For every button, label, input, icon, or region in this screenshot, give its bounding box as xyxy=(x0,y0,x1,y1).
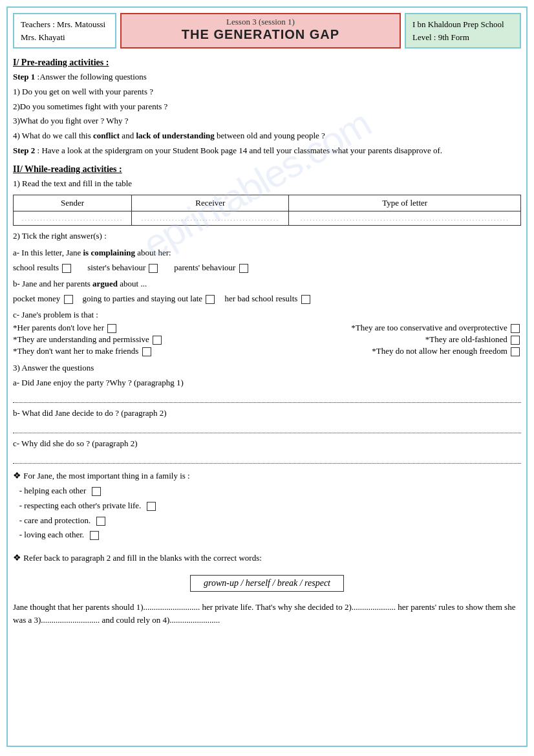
header-left: Teachers : Mrs. Matoussi Mrs. Khayati xyxy=(13,13,116,49)
qc-right3-cb[interactable] xyxy=(511,347,520,356)
last-paragraph: Jane thought that her parents should 1).… xyxy=(13,601,521,628)
qc-row2: *They are understanding and permissive *… xyxy=(13,334,521,345)
star-text: For Jane, the most important thing in a … xyxy=(21,471,190,481)
q3-label: 3) Answer the questions xyxy=(13,362,521,375)
qc-left2-cb[interactable] xyxy=(153,336,162,345)
qc-label: c- Jane's problem is that : xyxy=(13,308,521,322)
row-type: ........................................… xyxy=(289,211,521,225)
qc-right2: *They are old-fashioned xyxy=(425,334,521,345)
lesson-title: THE GENERATION GAP xyxy=(128,27,393,42)
step2-text: : Have a look at the spidergram on your … xyxy=(35,146,442,155)
q3a-answer-line xyxy=(13,391,521,403)
qb-opt2-text: going to parties and staying out late xyxy=(83,294,203,303)
star-items: - helping each other - respecting each o… xyxy=(13,484,521,542)
star-cb1[interactable] xyxy=(92,487,101,496)
header-center: Lesson 3 (session 1) THE GENERATION GAP xyxy=(120,13,401,49)
qa-opt3-checkbox[interactable] xyxy=(239,264,248,273)
section1-heading: I/ Pre-reading activities : xyxy=(13,58,521,68)
q2-label: 2) Tick the right answer(s) : xyxy=(13,230,521,243)
qc-row3: *They don't want her to make friends *Th… xyxy=(13,346,521,356)
step2-label: Step 2 xyxy=(13,146,35,155)
q3c-answer-line xyxy=(13,452,521,464)
section-whilereading: II/ While-reading activities : 1) Read t… xyxy=(13,164,521,627)
star-line: ❖ For Jane, the most important thing in … xyxy=(13,469,521,483)
qa-bold: is complaining xyxy=(83,248,136,257)
qb-options: pocket money going to parties and stayin… xyxy=(13,292,521,306)
star-item1: - helping each other xyxy=(13,484,521,498)
step2-line: Step 2 : Have a look at the spidergram o… xyxy=(13,144,521,158)
q4-post: between old and young people ? xyxy=(215,131,325,140)
qb-opt3-text: her bad school results xyxy=(224,294,297,303)
star-item4: - loving each other. xyxy=(13,528,521,542)
star-item2: - respecting each other's private life. xyxy=(13,499,521,513)
word-box: grown-up / herself / break / respect xyxy=(190,575,344,592)
fill-table: Sender Receiver Type of letter .........… xyxy=(13,195,521,226)
qb-opt2-checkbox[interactable] xyxy=(206,295,215,304)
q4-bold2: lack of understanding xyxy=(136,131,214,140)
qc-left3-cb[interactable] xyxy=(142,347,151,356)
header: Teachers : Mrs. Matoussi Mrs. Khayati Le… xyxy=(13,13,521,49)
qa-opt2-text: sister's behaviour xyxy=(87,263,145,272)
q4-mid: and xyxy=(120,131,136,140)
lesson-info: Lesson 3 (session 1) xyxy=(128,17,393,27)
qc-right1-cb[interactable] xyxy=(511,324,520,333)
q3b-text: b- What did Jane decide to do ? (paragra… xyxy=(13,407,521,420)
qa-opt1-checkbox[interactable] xyxy=(62,264,71,273)
col-receiver: Receiver xyxy=(132,195,289,211)
q4: 4) What do we call this conflict and lac… xyxy=(13,129,521,143)
star-diamond: ❖ xyxy=(13,471,21,481)
qa-opt2-checkbox[interactable] xyxy=(149,264,158,273)
q4-bold1: conflict xyxy=(93,131,120,140)
header-right: I bn Khaldoun Prep School Level : 9th Fo… xyxy=(405,13,521,49)
q2: 2)Do you sometimes fight with your paren… xyxy=(13,100,521,114)
qc-left1: *Her parents don't love her xyxy=(13,323,118,333)
refer-text: Refer back to paragraph 2 and fill in th… xyxy=(21,553,262,563)
step1-text: :Answer the following questions xyxy=(35,72,147,81)
section-prereading: I/ Pre-reading activities : Step 1 :Answ… xyxy=(13,58,521,158)
section2-heading: II/ While-reading activities : xyxy=(13,164,521,175)
qa-post: about her: xyxy=(135,248,171,257)
qa-line: a- In this letter, Jane is complaining a… xyxy=(13,246,521,260)
row-receiver: ........................................… xyxy=(132,211,289,225)
word-box-container: grown-up / herself / break / respect xyxy=(13,570,521,597)
qc-right3: *They do not allow her enough freedom xyxy=(372,346,521,356)
page-container: Teachers : Mrs. Matoussi Mrs. Khayati Le… xyxy=(6,6,528,747)
step1-label: Step 1 xyxy=(13,72,35,81)
qb-opt3-checkbox[interactable] xyxy=(301,295,310,304)
qa-opt1-text: school results xyxy=(13,263,59,272)
qb-bold: argued xyxy=(92,279,118,288)
qb-opt1-checkbox[interactable] xyxy=(64,295,73,304)
q1: 1) Do you get on well with your parents … xyxy=(13,85,521,99)
star-cb2[interactable] xyxy=(147,502,156,511)
refer-diamond: ❖ xyxy=(13,553,21,563)
star-cb4[interactable] xyxy=(90,531,99,540)
q3b-answer-line xyxy=(13,422,521,433)
col-sender: Sender xyxy=(14,195,132,211)
star-cb3[interactable] xyxy=(96,517,105,526)
step1-line: Step 1 :Answer the following questions xyxy=(13,70,521,84)
row-sender: ................................. xyxy=(14,211,132,225)
qb-opt1-text: pocket money xyxy=(13,294,60,303)
level: Level : 9th Form xyxy=(412,31,513,44)
star-item3: - care and protection. xyxy=(13,514,521,528)
q4-pre: 4) What do we call this xyxy=(13,131,93,140)
q1-label: 1) Read the text and fill in the table xyxy=(13,177,521,191)
q3a-text: a- Did Jane enjoy the party ?Why ? (para… xyxy=(13,376,521,390)
qb-post: about ... xyxy=(118,279,147,288)
qb-pre: b- Jane and her parents xyxy=(13,279,92,288)
q3c-text: c- Why did she do so ? (paragraph 2) xyxy=(13,437,521,451)
qc-left3: *They don't want her to make friends xyxy=(13,346,153,356)
col-type: Type of letter xyxy=(289,195,521,211)
qc-options: *Her parents don't love her *They are to… xyxy=(13,323,521,356)
teacher-line1: Teachers : Mrs. Matoussi xyxy=(21,18,109,31)
qa-opt3-text: parents' behaviour xyxy=(174,263,235,272)
q3: 3)What do you fight over ? Why ? xyxy=(13,114,521,128)
qc-right1: *They are too conservative and overprote… xyxy=(351,323,521,333)
qc-right2-cb[interactable] xyxy=(511,336,520,345)
qa-pre: a- In this letter, Jane xyxy=(13,248,83,257)
qa-options: school results sister's behaviour parent… xyxy=(13,261,521,275)
qc-left2: *They are understanding and permissive xyxy=(13,334,163,345)
qc-left1-cb[interactable] xyxy=(107,324,116,333)
qb-line: b- Jane and her parents argued about ... xyxy=(13,277,521,291)
qc-row1: *Her parents don't love her *They are to… xyxy=(13,323,521,333)
